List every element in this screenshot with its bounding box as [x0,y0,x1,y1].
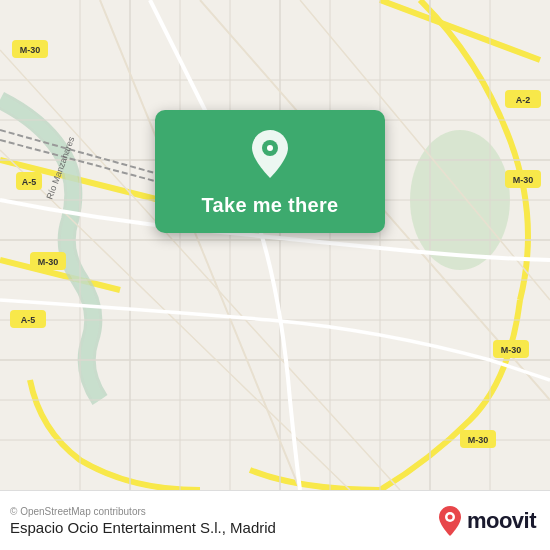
svg-text:M-30: M-30 [468,435,489,445]
svg-point-49 [267,145,273,151]
svg-point-51 [447,514,452,519]
bottom-bar: © OpenStreetMap contributors Espacio Oci… [0,490,550,550]
moovit-logo: moovit [437,505,536,537]
svg-text:M-30: M-30 [38,257,59,267]
svg-text:M-30: M-30 [501,345,522,355]
moovit-text: moovit [467,508,536,534]
place-name: Espacio Ocio Entertainment S.l., Madrid [10,519,276,536]
svg-text:A-2: A-2 [516,95,531,105]
svg-text:A-5: A-5 [22,177,37,187]
svg-text:M-30: M-30 [513,175,534,185]
svg-text:M-30: M-30 [20,45,41,55]
place-info: © OpenStreetMap contributors Espacio Oci… [10,506,276,536]
map-container: M-30 A-5 A-2 M-30 M-30 M-30 A-5 M-30 Río… [0,0,550,490]
take-me-there-label: Take me there [202,194,339,217]
moovit-pin-icon [437,505,463,537]
take-me-there-card[interactable]: Take me there [155,110,385,233]
location-pin-icon [248,128,292,184]
osm-attribution: © OpenStreetMap contributors [10,506,276,517]
svg-text:A-5: A-5 [21,315,36,325]
